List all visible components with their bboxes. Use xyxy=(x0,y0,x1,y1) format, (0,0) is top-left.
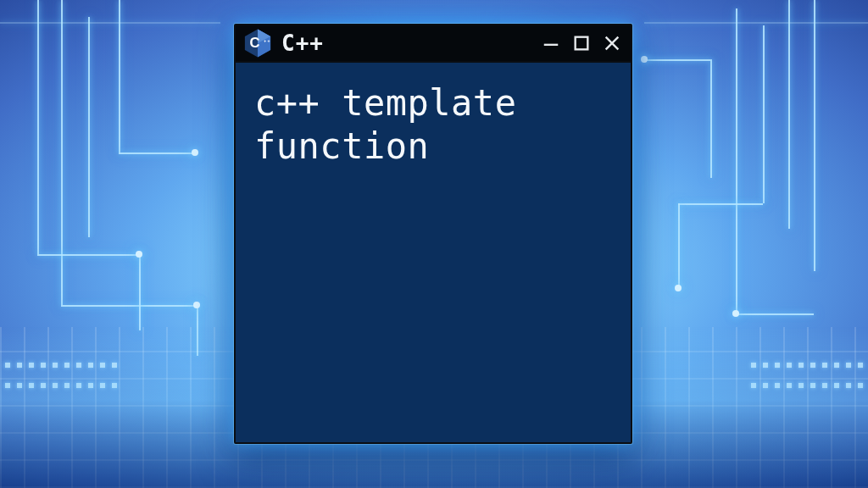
svg-text:C: C xyxy=(249,35,259,51)
body-text: c++ template function xyxy=(254,81,612,168)
window-title: C++ xyxy=(281,30,324,56)
titlebar[interactable]: C + + C++ xyxy=(236,25,631,63)
svg-rect-7 xyxy=(576,37,588,50)
close-button[interactable] xyxy=(602,33,622,53)
window-body: c++ template function xyxy=(236,63,631,442)
minimize-button[interactable] xyxy=(541,33,561,53)
svg-text:+: + xyxy=(268,38,270,43)
window-controls xyxy=(541,33,622,53)
cpp-logo-icon: C + + xyxy=(242,28,273,58)
terminal-window: C + + C++ xyxy=(234,24,632,444)
svg-text:+: + xyxy=(264,38,266,43)
scene: C + + C++ xyxy=(0,0,868,488)
maximize-button[interactable] xyxy=(571,33,592,53)
